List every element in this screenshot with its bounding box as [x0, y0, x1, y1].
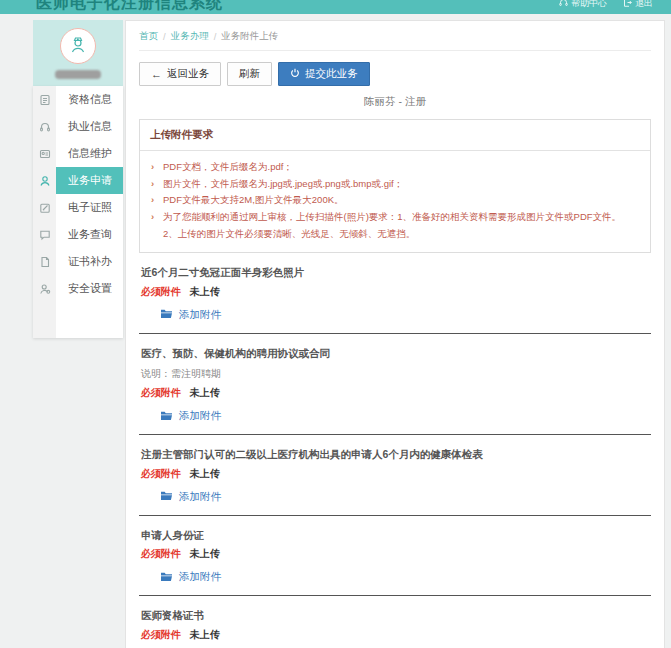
applicant-line: 陈丽芬 - 注册 [139, 95, 651, 109]
breadcrumb-item[interactable]: 业务附件上传 [221, 30, 278, 43]
sidebar-menu: 资格信息 执业信息 信息维护 业务申请 电子证照 [33, 86, 123, 338]
refresh-button[interactable]: 刷新 [227, 62, 272, 86]
chat-icon [33, 221, 56, 248]
add-attachment-button[interactable]: 添加附件 [160, 570, 221, 584]
sidebar-item-label: 资格信息 [56, 86, 123, 113]
sidebar-item[interactable]: 资格信息 [33, 86, 123, 113]
main-panel: 首页 / 业务办理 / 业务附件上传 ← 返回业务 刷新 提交此业务 陈丽芬 -… [125, 20, 665, 648]
sidebar-item-label: 安全设置 [56, 275, 123, 302]
headset-icon [559, 0, 568, 9]
sidebar-item-label: 电子证照 [56, 194, 123, 221]
not-uploaded-status: 未上传 [190, 286, 220, 297]
left-arrow-icon: ← [151, 69, 162, 80]
attachment-status: 必须附件 未上传 [141, 467, 649, 481]
headset-icon [33, 113, 56, 140]
attachment-title: 注册主管部门认可的二级以上医疗机构出具的申请人6个月内的健康体检表 [141, 447, 649, 462]
attachment-title: 申请人身份证 [141, 528, 649, 543]
user-name-redacted [55, 70, 101, 79]
file-icon [33, 248, 56, 275]
doctor-icon [68, 35, 88, 57]
sidebar-item[interactable]: 执业信息 [33, 113, 123, 140]
attachment-title: 医师资格证书 [141, 608, 649, 623]
sidebar-item[interactable]: 业务查询 [33, 221, 123, 248]
requirements-list: PDF文档，文件后缀名为.pdf； 图片文件，文件后缀名为.jpg或.jpeg或… [140, 151, 650, 252]
attachment-title: 医疗、预防、保健机构的聘用协议或合同 [141, 346, 649, 361]
required-badge: 必须附件 [141, 387, 181, 398]
requirement-item: 为了您能顺利的通过网上审核，上传扫描件(照片)要求：1、准备好的相关资料需要形成… [150, 209, 638, 242]
help-link[interactable]: 帮助中心 [559, 0, 607, 10]
edit-icon [33, 194, 56, 221]
attachments-list: 近6个月二寸免冠正面半身彩色照片 必须附件 未上传 添加附件 医疗、预 [139, 253, 651, 648]
attachment-status: 必须附件 未上传 [141, 628, 649, 642]
attachment-status: 必须附件 未上传 [141, 386, 649, 400]
back-button[interactable]: ← 返回业务 [139, 62, 221, 86]
attachment-status: 必须附件 未上传 [141, 285, 649, 299]
add-attachment-button[interactable]: 添加附件 [160, 409, 221, 423]
required-badge: 必须附件 [141, 468, 181, 479]
avatar [60, 28, 96, 64]
document-icon [33, 86, 56, 113]
app-header: 医师电子化注册信息系统 帮助中心 退出 [0, 0, 671, 14]
logout-icon [623, 0, 632, 9]
add-attachment-button[interactable]: 添加附件 [160, 490, 221, 504]
requirement-item: PDF文件最大支持2M,图片文件最大200K。 [150, 192, 638, 209]
attachment-note: 说明：需注明聘期 [141, 366, 649, 382]
requirement-item: 图片文件，文件后缀名为.jpg或.jpeg或.png或.bmp或.gif； [150, 176, 638, 193]
user-gear-icon [33, 275, 56, 302]
sidebar-item[interactable]: 安全设置 [33, 275, 123, 302]
required-badge: 必须附件 [141, 548, 181, 559]
attachment-status: 必须附件 未上传 [141, 547, 649, 561]
add-attachment-button[interactable]: 添加附件 [160, 308, 221, 322]
header-links: 帮助中心 退出 [559, 0, 653, 10]
requirement-item: PDF文档，文件后缀名为.pdf； [150, 159, 638, 176]
not-uploaded-status: 未上传 [190, 548, 220, 559]
toolbar: ← 返回业务 刷新 提交此业务 [139, 62, 651, 86]
upload-requirements-panel: 上传附件要求 PDF文档，文件后缀名为.pdf； 图片文件，文件后缀名为.jpg… [139, 119, 651, 253]
attachment-title: 近6个月二寸免冠正面半身彩色照片 [141, 265, 649, 280]
folder-icon [160, 410, 173, 423]
breadcrumb-item[interactable]: 业务办理 [171, 30, 209, 43]
sidebar-item[interactable]: 信息维护 [33, 140, 123, 167]
not-uploaded-status: 未上传 [190, 629, 220, 640]
sidebar-item[interactable]: 电子证照 [33, 194, 123, 221]
submit-button[interactable]: 提交此业务 [278, 62, 370, 86]
breadcrumb-item[interactable]: 首页 [139, 30, 158, 43]
sidebar-item[interactable]: 证书补办 [33, 248, 123, 275]
attachment-item: 注册主管部门认可的二级以上医疗机构出具的申请人6个月内的健康体检表 必须附件 未… [139, 435, 651, 516]
sidebar-item-label: 执业信息 [56, 113, 123, 140]
folder-icon [160, 571, 173, 584]
sidebar-item-label: 业务申请 [56, 167, 123, 194]
required-badge: 必须附件 [141, 629, 181, 640]
sidebar-item-label: 证书补办 [56, 248, 123, 275]
attachment-item: 近6个月二寸免冠正面半身彩色照片 必须附件 未上传 添加附件 [139, 253, 651, 334]
folder-icon [160, 308, 173, 321]
sidebar-item[interactable]: 业务申请 [33, 167, 123, 194]
breadcrumb: 首页 / 业务办理 / 业务附件上传 [139, 21, 651, 51]
power-icon [290, 68, 300, 80]
required-badge: 必须附件 [141, 286, 181, 297]
requirements-title: 上传附件要求 [140, 120, 650, 151]
app-title: 医师电子化注册信息系统 [36, 0, 223, 14]
user-profile-block [33, 20, 123, 86]
not-uploaded-status: 未上传 [190, 387, 220, 398]
sidebar: 资格信息 执业信息 信息维护 业务申请 电子证照 [33, 20, 123, 338]
user-icon [33, 167, 56, 194]
breadcrumb-separator: / [158, 31, 171, 42]
attachment-item: 医师资格证书 必须附件 未上传 添加附件 [139, 596, 651, 648]
attachment-item: 申请人身份证 必须附件 未上传 添加附件 [139, 516, 651, 597]
not-uploaded-status: 未上传 [190, 468, 220, 479]
sidebar-item-label: 信息维护 [56, 140, 123, 167]
folder-icon [160, 490, 173, 503]
id-card-icon [33, 140, 56, 167]
logout-link[interactable]: 退出 [623, 0, 653, 10]
breadcrumb-separator: / [209, 31, 222, 42]
attachment-item: 医疗、预防、保健机构的聘用协议或合同 说明：需注明聘期 必须附件 未上传 添加附… [139, 334, 651, 435]
sidebar-item-label: 业务查询 [56, 221, 123, 248]
